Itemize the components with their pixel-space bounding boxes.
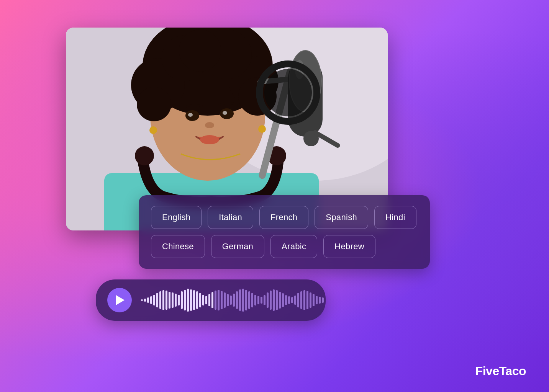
waveform-bar bbox=[285, 295, 287, 305]
waveform-bar bbox=[291, 297, 293, 304]
waveform-bar bbox=[202, 295, 204, 306]
waveform-bar bbox=[242, 289, 244, 312]
lang-pill-german[interactable]: German bbox=[211, 235, 264, 258]
waveform-bar bbox=[245, 290, 247, 310]
waveform-bar bbox=[279, 292, 281, 308]
waveform-bar bbox=[254, 295, 256, 306]
svg-point-16 bbox=[188, 113, 193, 117]
waveform-bar bbox=[294, 296, 296, 305]
waveform-bar bbox=[181, 291, 183, 309]
lang-pill-italian[interactable]: Italian bbox=[208, 206, 253, 229]
waveform-bar bbox=[261, 297, 262, 304]
waveform-bar bbox=[264, 295, 265, 305]
waveform-bar bbox=[196, 291, 198, 309]
waveform-bar bbox=[236, 291, 238, 309]
waveform-bar bbox=[257, 296, 259, 305]
waveform-bar bbox=[319, 297, 321, 304]
svg-point-13 bbox=[137, 87, 171, 121]
waveform-bar bbox=[162, 290, 164, 310]
waveform-bar bbox=[306, 291, 308, 309]
waveform-bar bbox=[208, 294, 210, 306]
language-row-2: Chinese German Arabic Hebrew bbox=[151, 235, 418, 258]
waveform-bar bbox=[267, 292, 269, 307]
svg-point-17 bbox=[223, 111, 227, 115]
waveform-bar bbox=[239, 289, 241, 311]
lang-pill-arabic[interactable]: Arabic bbox=[270, 235, 317, 258]
waveform-bar bbox=[159, 291, 161, 309]
waveform bbox=[141, 289, 324, 312]
svg-point-20 bbox=[149, 126, 157, 134]
waveform-bar bbox=[169, 292, 170, 308]
waveform-bar bbox=[215, 291, 216, 310]
svg-point-21 bbox=[258, 125, 266, 133]
waveform-bar bbox=[156, 293, 158, 307]
waveform-bar bbox=[153, 295, 155, 306]
waveform-bar bbox=[248, 291, 250, 309]
waveform-bar bbox=[221, 291, 223, 309]
waveform-bar bbox=[218, 290, 220, 310]
waveform-bar bbox=[310, 292, 311, 307]
waveform-bar bbox=[147, 297, 149, 303]
brand-text: FiveTaco bbox=[475, 364, 526, 378]
lang-pill-english[interactable]: English bbox=[151, 206, 202, 229]
svg-point-30 bbox=[264, 69, 312, 116]
waveform-bar bbox=[205, 296, 207, 305]
waveform-bar bbox=[166, 291, 167, 310]
main-container: English Italian French Spanish Hindi Chi… bbox=[0, 0, 549, 392]
language-row-1: English Italian French Spanish Hindi bbox=[151, 206, 418, 229]
waveform-bar bbox=[233, 294, 235, 306]
lang-pill-chinese[interactable]: Chinese bbox=[151, 235, 205, 258]
waveform-bar bbox=[322, 297, 324, 303]
waveform-bar bbox=[141, 299, 143, 301]
waveform-bar bbox=[224, 292, 226, 307]
waveform-bar bbox=[150, 296, 152, 304]
audio-player bbox=[96, 279, 326, 321]
waveform-bar bbox=[172, 292, 174, 307]
waveform-bar bbox=[276, 290, 278, 310]
lang-pill-hindi[interactable]: Hindi bbox=[374, 206, 416, 229]
waveform-bar bbox=[297, 293, 299, 307]
waveform-bar bbox=[230, 296, 232, 305]
play-button[interactable] bbox=[107, 288, 132, 312]
svg-point-19 bbox=[200, 135, 219, 144]
waveform-bar bbox=[270, 291, 272, 310]
waveform-bar bbox=[303, 290, 305, 310]
waveform-bar bbox=[251, 293, 253, 307]
waveform-bar bbox=[175, 294, 177, 306]
waveform-bar bbox=[227, 294, 229, 306]
lang-pill-spanish[interactable]: Spanish bbox=[315, 206, 368, 229]
brand-logo: FiveTaco bbox=[475, 364, 526, 378]
waveform-bar bbox=[211, 292, 213, 308]
language-card: English Italian French Spanish Hindi Chi… bbox=[139, 195, 430, 269]
waveform-bar bbox=[193, 290, 195, 310]
waveform-bar bbox=[184, 290, 186, 310]
svg-point-18 bbox=[205, 122, 214, 128]
lang-pill-french[interactable]: French bbox=[259, 206, 308, 229]
waveform-bar bbox=[288, 296, 290, 304]
waveform-bar bbox=[144, 299, 146, 302]
waveform-bar bbox=[190, 289, 192, 311]
waveform-bar bbox=[199, 293, 201, 307]
waveform-bar bbox=[313, 294, 315, 306]
play-icon bbox=[116, 295, 125, 305]
waveform-bar bbox=[178, 295, 180, 306]
svg-point-11 bbox=[179, 29, 221, 72]
waveform-bar bbox=[316, 296, 318, 305]
waveform-bar bbox=[282, 293, 284, 307]
waveform-bar bbox=[300, 291, 302, 309]
waveform-bar bbox=[187, 289, 189, 312]
waveform-bar bbox=[273, 289, 275, 311]
lang-pill-hebrew[interactable]: Hebrew bbox=[323, 235, 375, 258]
svg-point-22 bbox=[135, 146, 154, 165]
